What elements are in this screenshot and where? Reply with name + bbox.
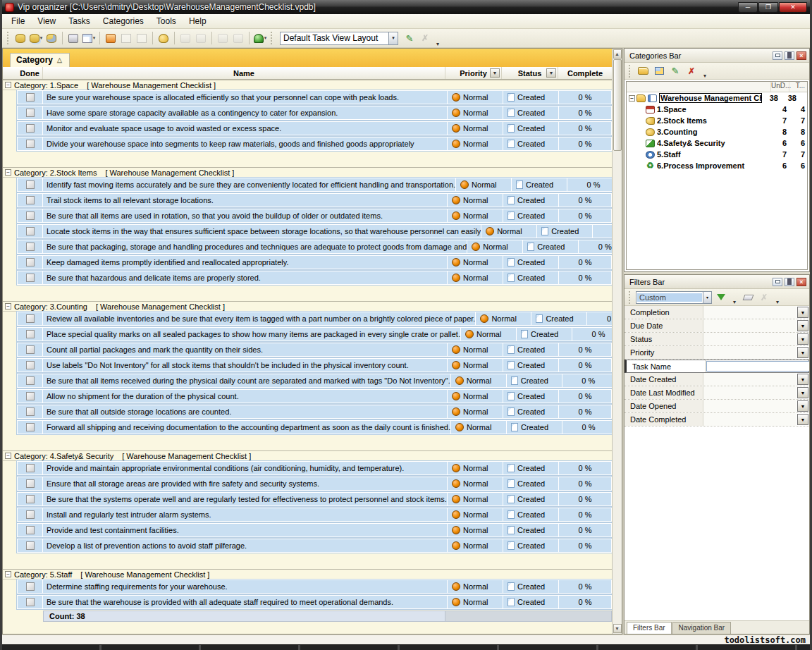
- task-row[interactable]: Allow no shipment for the duration of th…: [3, 389, 612, 405]
- task-done-checkbox[interactable]: [26, 423, 35, 431]
- scroll-down-icon[interactable]: ▼: [613, 624, 622, 633]
- collapse-group-icon[interactable]: −: [5, 82, 11, 88]
- complete-task-button[interactable]: [156, 31, 171, 45]
- column-header-priority[interactable]: Priority▼: [445, 67, 502, 79]
- priority-filter-icon[interactable]: ▼: [490, 68, 500, 78]
- task-row[interactable]: Be sure that all outside storage locatio…: [3, 405, 612, 420]
- task-done-checkbox[interactable]: [26, 314, 35, 323]
- menu-tools[interactable]: Tools: [150, 15, 183, 27]
- delete-filter-button[interactable]: ✗: [757, 290, 771, 304]
- dropdown-caret-icon[interactable]: ▾: [40, 35, 43, 41]
- column-header-name[interactable]: Name: [43, 67, 445, 79]
- collapse-group-icon[interactable]: −: [5, 571, 11, 577]
- task-done-checkbox[interactable]: [26, 598, 35, 606]
- filter-field-row[interactable]: Due Date▼: [625, 319, 809, 333]
- dropdown-caret-icon[interactable]: ▾: [264, 35, 267, 41]
- new-category-button[interactable]: [636, 64, 650, 78]
- collapse-tree-icon[interactable]: −: [629, 95, 635, 102]
- task-done-checkbox[interactable]: [26, 274, 35, 282]
- task-done-checkbox[interactable]: [26, 330, 35, 338]
- category-group-header[interactable]: −Category: 5.Staff[ Warehouse Management…: [3, 569, 612, 580]
- tab-navigation-bar[interactable]: Navigation Bar: [672, 622, 732, 634]
- column-header-status[interactable]: Status▼: [502, 67, 558, 79]
- filter-preset-combobox[interactable]: Custom ▾: [636, 291, 712, 304]
- close-button[interactable]: ✕: [779, 2, 807, 13]
- menu-tasks[interactable]: Tasks: [62, 15, 97, 27]
- category-tree-item[interactable]: −Warehouse Management Checklist3838: [627, 92, 807, 104]
- delete-category-button[interactable]: ✗: [684, 64, 699, 78]
- filter-dropdown-icon[interactable]: ▼: [797, 414, 808, 425]
- task-done-checkbox[interactable]: [26, 124, 35, 133]
- task-row[interactable]: Be sure that packaging, storage and hand…: [3, 240, 612, 255]
- task-done-checkbox[interactable]: [26, 541, 35, 550]
- menu-file[interactable]: File: [5, 15, 31, 27]
- combobox-arrow-icon[interactable]: ▾: [388, 32, 398, 44]
- edit-category-button[interactable]: ✎: [668, 64, 682, 78]
- task-row[interactable]: Develop a list of prevention actions to …: [3, 539, 612, 554]
- filter-field-value[interactable]: [703, 413, 796, 426]
- task-done-checkbox[interactable]: [26, 227, 35, 235]
- panel-float-button[interactable]: [773, 51, 782, 60]
- task-row[interactable]: Forward all shipping and receiving docum…: [3, 420, 612, 436]
- menu-view[interactable]: View: [31, 15, 62, 27]
- filter-dropdown-icon[interactable]: ▼: [797, 374, 808, 385]
- filter-field-value[interactable]: [703, 400, 796, 412]
- filter-field-row[interactable]: Date Created▼: [625, 373, 809, 386]
- menu-categories[interactable]: Categories: [97, 15, 150, 27]
- task-row[interactable]: Monitor and evaluate space usage to avoi…: [3, 121, 612, 137]
- move-down-button[interactable]: [194, 31, 208, 45]
- category-group-header[interactable]: −Category: 3.Counting[ Warehouse Managem…: [3, 301, 612, 312]
- group-by-category-tab[interactable]: Category △: [10, 53, 70, 67]
- print-button[interactable]: [66, 31, 80, 45]
- task-row[interactable]: Provide and maintain appropriate environ…: [3, 461, 612, 477]
- task-row[interactable]: Be sure your warehouse space is allocate…: [3, 90, 612, 106]
- task-done-checkbox[interactable]: [26, 345, 35, 354]
- move-top-button[interactable]: [216, 31, 230, 45]
- task-row[interactable]: Divide your warehouse space into segment…: [3, 137, 612, 152]
- task-done-checkbox[interactable]: [26, 361, 35, 369]
- task-done-checkbox[interactable]: [26, 495, 35, 503]
- new-task-button[interactable]: [104, 31, 118, 45]
- task-done-checkbox[interactable]: [26, 526, 35, 534]
- task-row[interactable]: Have some spare storage capacity availab…: [3, 106, 612, 121]
- layout-combobox[interactable]: Default Task View Layout ▾: [280, 32, 398, 45]
- reminders-button[interactable]: ▾: [253, 31, 267, 45]
- save-database-button[interactable]: [44, 31, 59, 45]
- combobox-arrow-icon[interactable]: ▾: [703, 292, 711, 303]
- delete-task-button[interactable]: [135, 31, 149, 45]
- panel-pin-button[interactable]: [785, 51, 794, 60]
- filter-field-value[interactable]: [703, 386, 796, 399]
- task-done-checkbox[interactable]: [26, 109, 35, 117]
- task-row[interactable]: Review all available inventories and be …: [3, 312, 612, 327]
- task-done-checkbox[interactable]: [26, 180, 35, 189]
- task-row[interactable]: Count all partial packages and mark the …: [3, 343, 612, 358]
- vertical-scrollbar[interactable]: ▲ ▼: [612, 49, 622, 634]
- filter-field-value[interactable]: [703, 319, 796, 332]
- task-done-checkbox[interactable]: [26, 196, 35, 204]
- column-header-done[interactable]: Done: [17, 67, 43, 79]
- panel-pin-button[interactable]: [785, 278, 794, 286]
- task-row[interactable]: Identify fast moving items accurately an…: [3, 178, 612, 193]
- menu-help[interactable]: Help: [183, 15, 213, 27]
- task-done-checkbox[interactable]: [26, 140, 35, 148]
- apply-filter-button[interactable]: [714, 290, 728, 304]
- minimize-button[interactable]: ─: [738, 2, 758, 13]
- apply-layout-button[interactable]: ✎: [402, 31, 417, 45]
- categories-toolbar-overflow-icon[interactable]: ▾: [701, 73, 709, 79]
- filter-dropdown-icon[interactable]: ▼: [797, 347, 808, 358]
- filter-field-row[interactable]: Status▼: [625, 333, 809, 346]
- task-done-checkbox[interactable]: [26, 582, 35, 591]
- new-database-button[interactable]: [13, 31, 27, 45]
- category-tree-item[interactable]: 4.Safety& Security66: [627, 137, 807, 149]
- category-group-header[interactable]: −Category: 4.Safety& Security[ Warehouse…: [3, 450, 612, 461]
- panel-close-button[interactable]: ×: [796, 51, 806, 60]
- filter-field-row[interactable]: Completion▼: [625, 306, 809, 319]
- collapse-group-icon[interactable]: −: [5, 169, 11, 176]
- dropdown-caret-icon[interactable]: ▾: [93, 35, 96, 41]
- column-header-undone[interactable]: UnD...: [770, 82, 789, 92]
- filter-dropdown-icon[interactable]: ▼: [797, 320, 808, 331]
- task-row[interactable]: Keep damaged items promptly identified a…: [3, 255, 612, 271]
- filters-toolbar-overflow-icon[interactable]: ▾: [773, 299, 782, 305]
- task-row[interactable]: Be sure that the systems operate well an…: [3, 492, 612, 508]
- task-done-checkbox[interactable]: [26, 211, 35, 220]
